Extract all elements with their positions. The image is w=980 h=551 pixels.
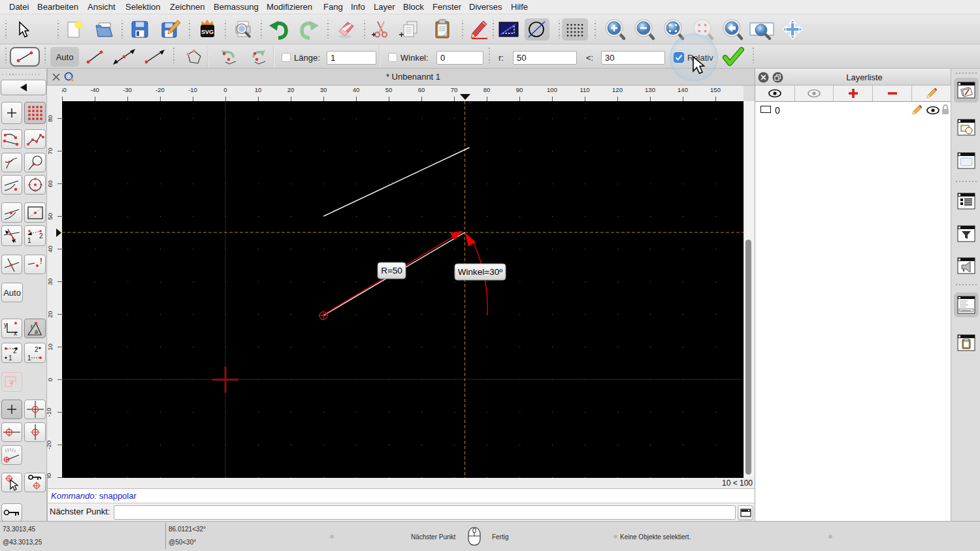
svg-text:r: r xyxy=(31,323,33,330)
svg-text:Winkel=30º: Winkel=30º xyxy=(458,267,502,277)
svg-text:1: 1 xyxy=(8,354,12,362)
svg-text:2: 2 xyxy=(39,232,43,240)
svg-text:!: ! xyxy=(40,256,42,266)
svg-text:y: y xyxy=(4,321,7,328)
svg-text:1: 1 xyxy=(27,237,31,244)
svg-text:a: a xyxy=(35,328,38,335)
svg-text:2: 2 xyxy=(35,346,39,353)
svg-text:2: 2 xyxy=(13,347,17,354)
svg-text:R=50: R=50 xyxy=(381,266,402,276)
svg-text:SVG: SVG xyxy=(201,29,214,35)
svg-text:x: x xyxy=(14,330,17,336)
svg-text:1: 1 xyxy=(27,354,31,362)
svg-text:command: command xyxy=(960,309,970,312)
